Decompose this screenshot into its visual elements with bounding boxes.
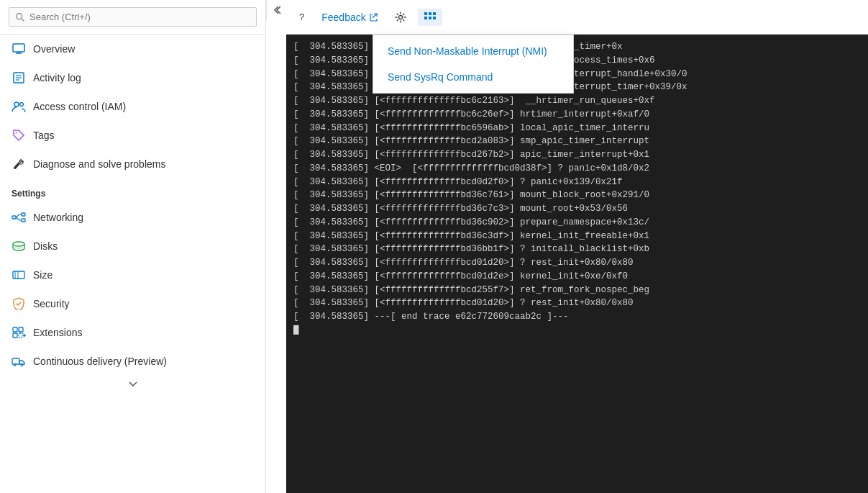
gear-icon xyxy=(395,12,406,23)
terminal-line: [ 304.583365] [<ffffffffffffffbd36c902>]… xyxy=(293,216,861,230)
terminal-line: [ 304.583365] [<ffffffffffffffbcd01d20>]… xyxy=(293,297,861,310)
tag-icon xyxy=(12,128,26,143)
nav-item-diagnose[interactable]: Diagnose and solve problems xyxy=(0,150,265,178)
svg-rect-2 xyxy=(13,44,24,52)
nav-item-extensions[interactable]: Extensions xyxy=(0,318,265,347)
svg-rect-28 xyxy=(19,333,23,338)
disk-icon xyxy=(12,239,26,253)
svg-point-10 xyxy=(20,103,24,107)
feedback-button[interactable]: Feedback xyxy=(316,9,383,26)
size-icon xyxy=(12,268,26,282)
toolbar: ? Feedback xyxy=(286,0,868,35)
svg-rect-41 xyxy=(433,17,436,19)
dropdown-menu: Send Non-Maskable Interrupt (NMI) Send S… xyxy=(373,35,574,94)
svg-rect-36 xyxy=(424,12,427,15)
nav-item-activity-log[interactable]: Activity log xyxy=(0,63,265,92)
nav-label-extensions: Extensions xyxy=(33,327,82,338)
svg-point-32 xyxy=(14,364,16,366)
terminal-line: [ 304.583365] ---[ end trace e62c772609c… xyxy=(293,310,861,324)
nav-label-continuous-delivery: Continuous delivery (Preview) xyxy=(33,356,167,367)
nav-item-overview[interactable]: Overview xyxy=(0,35,265,63)
svg-point-9 xyxy=(14,102,19,107)
svg-rect-14 xyxy=(12,216,16,219)
svg-line-18 xyxy=(16,217,19,220)
activity-icon xyxy=(12,71,26,85)
nav-item-access-control[interactable]: Access control (IAM) xyxy=(0,92,265,121)
nav-item-continuous-delivery[interactable]: Continuous delivery (Preview) xyxy=(0,347,265,376)
svg-point-33 xyxy=(21,364,23,366)
svg-rect-40 xyxy=(429,17,431,19)
terminal-line: █ xyxy=(293,324,861,338)
svg-rect-26 xyxy=(13,333,17,338)
grid-icon xyxy=(424,12,437,23)
svg-line-1 xyxy=(22,19,24,21)
svg-rect-25 xyxy=(13,327,17,332)
nav-label-disks: Disks xyxy=(33,240,58,252)
nav-label-networking: Networking xyxy=(33,212,83,223)
network-icon xyxy=(12,210,26,225)
nav-label-tags: Tags xyxy=(33,130,55,141)
svg-point-21 xyxy=(13,242,24,246)
chevron-down-icon xyxy=(129,381,137,387)
help-button[interactable]: ? xyxy=(293,9,310,25)
svg-rect-22 xyxy=(13,271,24,279)
nav-label-security: Security xyxy=(33,298,70,309)
feedback-label: Feedback xyxy=(321,12,365,23)
terminal-line: [ 304.583365] [<ffffffffffffffbcd01d20>]… xyxy=(293,256,861,270)
send-sysrq-item[interactable]: Send SysRq Command xyxy=(373,64,573,90)
svg-rect-31 xyxy=(12,358,19,364)
terminal-line: [ 304.583365] [<ffffffffffffffbd36bb1f>]… xyxy=(293,243,861,256)
scroll-down[interactable] xyxy=(0,376,265,393)
svg-rect-27 xyxy=(19,327,23,332)
grid-view-button[interactable] xyxy=(418,9,442,26)
nav-item-networking[interactable]: Networking xyxy=(0,203,265,232)
nav-item-tags[interactable]: Tags xyxy=(0,121,265,150)
terminal-line: [ 304.583365] [<ffffffffffffffbd36c3df>]… xyxy=(293,230,861,243)
svg-rect-37 xyxy=(429,12,431,15)
terminal-line: [ 304.583365] [<ffffffffffffffbcd2a083>]… xyxy=(293,135,861,148)
terminal-line: [ 304.583365] [<ffffffffffffffbcd01d2e>]… xyxy=(293,270,861,284)
nav-label-diagnose: Diagnose and solve problems xyxy=(33,158,165,170)
svg-point-11 xyxy=(16,132,17,134)
settings-button[interactable] xyxy=(389,9,412,26)
monitor-icon xyxy=(12,42,26,56)
terminal-line: [ 304.583365] [<ffffffffffffffbcd267b2>]… xyxy=(293,148,861,162)
sidebar: Overview Activity log Access control (IA… xyxy=(0,0,266,493)
terminal-line: [ 304.583365] [<ffffffffffffffbc6c2163>]… xyxy=(293,94,861,108)
terminal-line: [ 304.583365] [<ffffffffffffffbd36c7c3>]… xyxy=(293,202,861,216)
chevron-left-icon xyxy=(273,6,281,14)
external-link-icon xyxy=(369,13,378,22)
search-input[interactable] xyxy=(29,12,250,22)
terminal-line: [ 304.583365] [<ffffffffffffffbd36c761>]… xyxy=(293,189,861,202)
collapse-sidebar-button[interactable] xyxy=(266,0,286,20)
svg-point-0 xyxy=(17,13,22,19)
terminal-output: [ 304.583365] [<ffffffffffffffbc6c1abc>]… xyxy=(286,35,868,493)
terminal-line: [ 304.583365] [<ffffffffffffffbc6c26ef>]… xyxy=(293,108,861,122)
nav-item-disks[interactable]: Disks xyxy=(0,232,265,261)
nav-item-security[interactable]: Security xyxy=(0,289,265,318)
svg-rect-15 xyxy=(22,213,25,216)
terminal-line: [ 304.583365] [<ffffffffffffffbcd255f7>]… xyxy=(293,284,861,297)
svg-line-17 xyxy=(16,214,19,217)
nav-label-access-control: Access control (IAM) xyxy=(33,101,126,112)
security-icon xyxy=(12,297,26,311)
nav-label-overview: Overview xyxy=(33,43,75,55)
svg-point-35 xyxy=(398,15,402,19)
svg-rect-16 xyxy=(22,219,25,222)
search-icon xyxy=(15,12,25,22)
settings-header: Settings xyxy=(0,178,265,203)
nav-label-size: Size xyxy=(33,269,52,281)
terminal-line: [ 304.583365] [<ffffffffffffffbcd0d2f0>]… xyxy=(293,176,861,189)
svg-line-34 xyxy=(373,14,377,18)
search-box xyxy=(0,0,265,35)
terminal-line: [ 304.583365] <EOI> [<ffffffffffffffbcd0… xyxy=(293,162,861,176)
extensions-icon xyxy=(12,325,26,340)
send-nmi-item[interactable]: Send Non-Maskable Interrupt (NMI) xyxy=(373,38,573,64)
search-wrapper[interactable] xyxy=(9,7,257,27)
svg-rect-38 xyxy=(433,12,436,15)
nav-item-size[interactable]: Size xyxy=(0,261,265,289)
right-panel: ? Feedback xyxy=(286,0,868,493)
people-icon xyxy=(12,99,26,114)
nav-label-activity-log: Activity log xyxy=(33,72,81,83)
svg-rect-39 xyxy=(424,17,427,19)
